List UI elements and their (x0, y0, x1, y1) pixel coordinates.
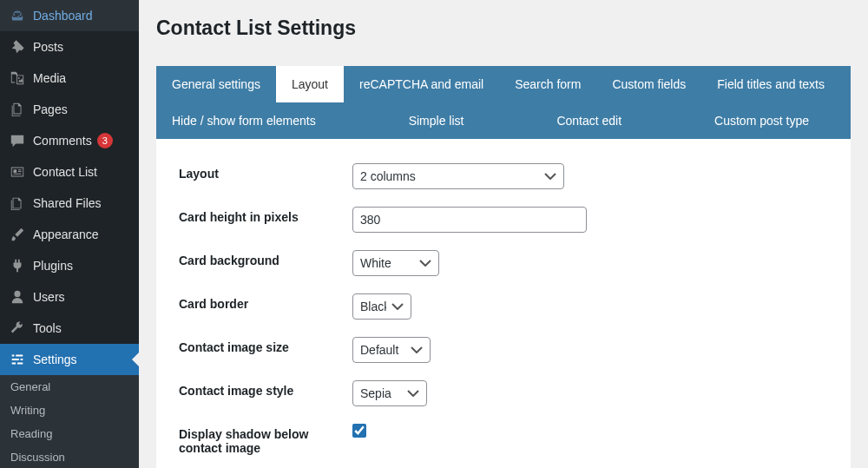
row-layout: Layout 2 columns (179, 163, 828, 189)
sidebar-item-dashboard[interactable]: Dashboard (0, 0, 139, 31)
sidebar-item-plugins[interactable]: Plugins (0, 250, 139, 281)
tab-hide-elements[interactable]: Hide / show form elements (156, 102, 332, 139)
card-border-select[interactable]: Black (352, 293, 411, 320)
plug-icon (9, 257, 26, 274)
sidebar-item-comments[interactable]: Comments 3 (0, 125, 139, 156)
layout-label: Layout (179, 163, 352, 181)
sidebar-item-label: Tools (33, 320, 62, 336)
row-shadow: Display shadow below contact image (179, 424, 828, 455)
sidebar-item-label: Shared Files (33, 195, 102, 211)
row-img-style: Contact image style Sepia (179, 380, 828, 406)
sidebar-sub-discussion[interactable]: Discussion (0, 445, 139, 468)
sidebar-item-label: Contact List (33, 164, 97, 180)
card-height-input[interactable] (352, 207, 587, 233)
settings-panel: Layout 2 columns Card height in pixels C… (156, 139, 851, 468)
shadow-checkbox[interactable] (352, 424, 366, 438)
sidebar-item-settings[interactable]: Settings (0, 344, 139, 375)
sidebar-item-posts[interactable]: Posts (0, 31, 139, 63)
row-card-height: Card height in pixels (179, 207, 828, 233)
sidebar-item-appearance[interactable]: Appearance (0, 219, 139, 250)
sidebar-sub-general[interactable]: General (0, 375, 139, 399)
tab-simple-list[interactable]: Simple list (393, 102, 480, 139)
brush-icon (9, 226, 26, 243)
sidebar: Dashboard Posts Media Pages Comments 3 C… (0, 0, 139, 468)
tab-layout[interactable]: Layout (276, 66, 344, 102)
pin-icon (9, 38, 26, 56)
tabs-row1: General settings Layout reCAPTCHA and em… (156, 66, 851, 102)
tab-field-titles[interactable]: Field titles and texts (701, 66, 840, 102)
tabs-row2: Hide / show form elements Simple list Co… (156, 102, 851, 139)
sidebar-sub-reading[interactable]: Reading (0, 422, 139, 445)
img-style-select[interactable]: Sepia (352, 380, 427, 406)
tab-recaptcha[interactable]: reCAPTCHA and email (344, 66, 499, 102)
sidebar-item-label: Dashboard (33, 8, 93, 23)
wrench-icon (9, 320, 26, 337)
card-bg-select[interactable]: White (352, 250, 439, 276)
page-title: Contact List Settings (156, 9, 851, 66)
sidebar-item-label: Comments (33, 133, 92, 148)
comments-badge: 3 (97, 133, 113, 148)
tab-general-settings[interactable]: General settings (156, 66, 276, 102)
main-content: Contact List Settings General settings L… (139, 0, 868, 468)
sidebar-submenu-settings: General Writing Reading Discussion Media (0, 375, 139, 468)
sidebar-item-contact-list[interactable]: Contact List (0, 156, 139, 188)
card-bg-label: Card background (179, 250, 352, 267)
sidebar-item-shared-files[interactable]: Shared Files (0, 188, 139, 219)
card-border-label: Card border (179, 293, 352, 311)
sidebar-item-label: Appearance (33, 227, 99, 242)
img-size-select[interactable]: Default (352, 337, 431, 363)
sidebar-item-label: Settings (33, 352, 77, 367)
sidebar-item-users[interactable]: Users (0, 281, 139, 313)
card-height-label: Card height in pixels (179, 207, 352, 224)
layout-select[interactable]: 2 columns (352, 163, 564, 189)
sidebar-item-label: Pages (33, 102, 68, 117)
user-icon (9, 288, 26, 306)
tab-contact-edit[interactable]: Contact edit (541, 102, 637, 139)
files-icon (9, 194, 26, 212)
sidebar-sub-writing[interactable]: Writing (0, 399, 139, 422)
sidebar-item-pages[interactable]: Pages (0, 94, 139, 125)
img-size-label: Contact image size (179, 337, 352, 354)
pages-icon (9, 101, 26, 118)
img-style-label: Contact image style (179, 380, 352, 398)
sidebar-item-label: Posts (33, 39, 63, 55)
sidebar-item-label: Media (33, 70, 66, 86)
sidebar-item-label: Users (33, 289, 65, 305)
card-icon (9, 163, 26, 181)
tab-search-form[interactable]: Search form (499, 66, 596, 102)
media-icon (9, 69, 26, 87)
sidebar-item-media[interactable]: Media (0, 63, 139, 94)
tab-custom-post-type[interactable]: Custom post type (699, 102, 825, 139)
dashboard-icon (9, 7, 26, 24)
sidebar-item-tools[interactable]: Tools (0, 313, 139, 344)
row-card-border: Card border Black (179, 293, 828, 320)
comment-icon (9, 132, 26, 149)
shadow-label: Display shadow below contact image (179, 424, 352, 455)
row-card-bg: Card background White (179, 250, 828, 276)
tab-custom-fields[interactable]: Custom fields (596, 66, 701, 102)
row-img-size: Contact image size Default (179, 337, 828, 363)
sidebar-item-label: Plugins (33, 258, 73, 274)
sliders-icon (9, 351, 26, 368)
